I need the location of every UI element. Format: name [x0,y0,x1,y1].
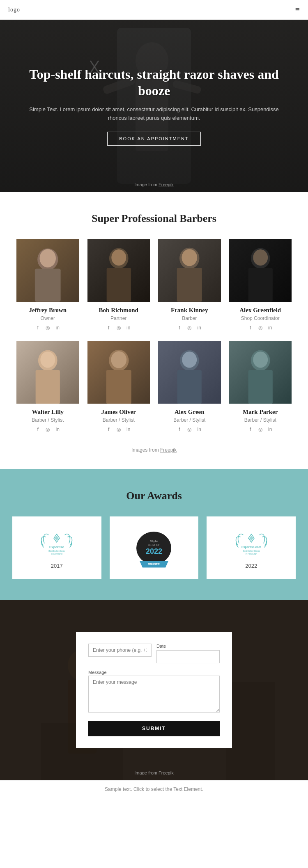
award-year-1: 2017 [51,563,63,569]
barber-card-8: Mark Parker Barber / Stylist f ◎ in [225,341,296,443]
linkedin-icon-2[interactable]: in [125,324,132,331]
barber-photo-3 [158,239,221,302]
hero-image-credit: Image from Freepik [134,182,173,187]
hero-content: Top-shelf haircuts, straight razor shave… [0,66,308,146]
barber-social-3: f ◎ in [158,324,221,331]
svg-text:in Pittsburgh: in Pittsburgh [246,553,257,555]
svg-rect-11 [106,268,131,302]
linkedin-icon-4[interactable]: in [267,324,274,331]
navbar: logo ≡ [0,0,308,20]
phone-input[interactable] [88,644,152,657]
svg-rect-8 [35,269,61,302]
contact-freepik-link[interactable]: Freepik [159,770,174,775]
form-group-date: Date [156,644,220,663]
barber-name-5: Walter Lilly [16,409,79,416]
svg-point-18 [253,249,268,265]
barber-photo-8 [229,341,292,404]
award-card-3: Expertise.com Best Barber Shops in Pitts… [207,516,296,579]
awards-section-title: Our Awards [12,490,296,502]
barber-social-8: f ◎ in [229,426,292,433]
awards-section: Our Awards [0,469,308,600]
linkedin-icon-5[interactable]: in [54,426,61,433]
footer: Sample text. Click to select the Text El… [0,780,308,798]
barber-social-6: f ◎ in [87,426,150,433]
contact-form: Date Message SUBMIT [76,632,232,748]
barber-card-5: Walter Lilly Barber / Stylist f ◎ in [12,341,83,443]
barber-name-6: James Oliver [87,409,150,416]
barber-img-alex-g [229,239,292,302]
barber-img-bob [87,239,150,302]
svg-text:Best Barber Shops: Best Barber Shops [243,550,260,552]
facebook-icon-1[interactable]: f [34,324,41,331]
instagram-icon-3[interactable]: ◎ [186,324,193,331]
barber-role-3: Barber [158,315,221,321]
style-best-of-badge: Style BEST OF 2022 WINNER [136,532,171,564]
svg-text:Expertise.com: Expertise.com [241,546,261,549]
barber-card-4: Alex Greenfield Shop Coordinator f ◎ in [225,239,296,341]
linkedin-icon-7[interactable]: in [196,426,202,433]
instagram-icon-2[interactable]: ◎ [115,324,122,331]
svg-rect-20 [36,370,60,404]
linkedin-icon-3[interactable]: in [196,324,202,331]
award-card-1: Expertise Best Barbershops in Cleveland … [12,516,101,579]
barber-photo-7 [158,341,221,404]
barber-card-6: James Oliver Barber / Stylist f ◎ in [83,341,154,443]
barber-social-2: f ◎ in [87,324,150,331]
instagram-icon-8[interactable]: ◎ [257,426,264,433]
barber-img-mark [229,341,292,404]
svg-text:Best Barbershops: Best Barbershops [48,550,65,552]
linkedin-icon-6[interactable]: in [125,426,132,433]
award-logo-2: Style BEST OF 2022 WINNER [136,532,172,564]
svg-point-12 [111,249,126,265]
style-badge-ribbon: WINNER [140,561,168,568]
linkedin-icon-8[interactable]: in [267,426,274,433]
instagram-icon-6[interactable]: ◎ [115,426,122,433]
expertise-badge-svg-2: Expertise.com Best Barber Shops in Pitts… [233,527,270,560]
facebook-icon-2[interactable]: f [106,324,112,331]
barber-role-4: Shop Coordinator [229,315,292,321]
barber-role-2: Partner [87,315,150,321]
barber-role-7: Barber / Stylist [158,417,221,423]
barber-card-2: Bob Richmond Partner f ◎ in [83,239,154,341]
style-badge-content: Style BEST OF 2022 [146,539,162,557]
instagram-icon-1[interactable]: ◎ [44,324,51,331]
facebook-icon-8[interactable]: f [247,426,254,433]
date-input[interactable] [156,650,220,663]
book-appointment-button[interactable]: BOOK AN APPOINTMENT [107,132,200,146]
barber-img-james [87,341,150,404]
barber-photo-1 [16,239,79,302]
barbers-section: Super Professional Barbers Jeffrey Brown… [0,192,308,469]
message-textarea[interactable] [88,676,220,713]
hero-title: Top-shelf haircuts, straight razor shave… [25,66,283,99]
barber-img-walter [16,341,79,404]
barber-role-8: Barber / Stylist [229,417,292,423]
barber-name-4: Alex Greenfield [229,307,292,314]
instagram-icon-7[interactable]: ◎ [186,426,193,433]
svg-point-15 [182,249,197,266]
facebook-icon-4[interactable]: f [247,324,254,331]
contact-section: Date Message SUBMIT Image from Freepik [0,600,308,780]
footer-note-text: Sample text. Click to select the Text El… [105,786,203,792]
hero-freepik-link[interactable]: Freepik [159,182,174,187]
barber-img-jeffrey [16,239,79,302]
facebook-icon-7[interactable]: f [176,426,183,433]
facebook-icon-6[interactable]: f [106,426,112,433]
barber-photo-2 [87,239,150,302]
instagram-icon-4[interactable]: ◎ [257,324,264,331]
barbers-freepik-link[interactable]: Freepik [160,447,177,453]
svg-rect-23 [106,370,131,404]
linkedin-icon-1[interactable]: in [54,324,61,331]
facebook-icon-5[interactable]: f [34,426,41,433]
facebook-icon-3[interactable]: f [176,324,183,331]
submit-button[interactable]: SUBMIT [88,721,220,736]
hamburger-menu-icon[interactable]: ≡ [295,5,300,14]
instagram-icon-5[interactable]: ◎ [44,426,51,433]
barber-photo-5 [16,341,79,404]
svg-rect-44 [226,682,275,780]
style-badge-year: 2022 [146,547,162,556]
barber-photo-6 [87,341,150,404]
award-logo-3: Expertise.com Best Barber Shops in Pitts… [233,527,270,560]
barber-photo-4 [229,239,292,302]
hero-section: Top-shelf haircuts, straight razor shave… [0,20,308,192]
logo: logo [8,7,20,13]
